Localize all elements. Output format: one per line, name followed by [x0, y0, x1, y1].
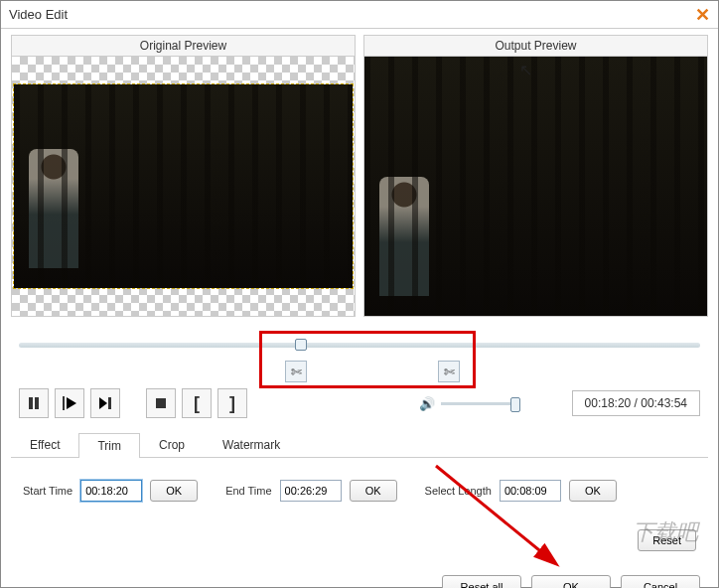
tab-crop[interactable]: Crop — [140, 432, 204, 457]
end-ok-button[interactable]: OK — [350, 480, 397, 502]
output-preview-header: Output Preview — [363, 35, 708, 57]
tab-trim[interactable]: Trim — [78, 433, 140, 458]
volume-icon: 🔊 — [419, 396, 435, 411]
next-frame-button[interactable] — [90, 388, 120, 418]
svg-rect-0 — [29, 397, 33, 409]
tabs: Effect Trim Crop Watermark — [11, 432, 708, 458]
start-ok-button[interactable]: OK — [150, 480, 198, 502]
end-time-label: End Time — [225, 485, 271, 497]
playback-controls: [ ] 🔊 00:18:20 / 00:43:54 — [11, 384, 708, 428]
stop-button[interactable] — [146, 388, 176, 418]
svg-rect-1 — [35, 397, 39, 409]
timeline[interactable]: ✄ ✄ — [11, 331, 708, 378]
start-time-label: Start Time — [23, 485, 72, 497]
window-title: Video Edit — [9, 7, 68, 22]
mark-out-button[interactable]: ] — [217, 388, 247, 418]
select-length-input[interactable] — [500, 480, 561, 502]
titlebar: Video Edit ✕ — [1, 1, 718, 29]
ok-button[interactable]: OK — [531, 575, 611, 588]
scissors-icon: ✄ — [291, 365, 302, 379]
svg-marker-3 — [99, 397, 107, 409]
svg-marker-2 — [67, 397, 76, 409]
start-time-input[interactable] — [80, 480, 142, 502]
tab-watermark[interactable]: Watermark — [204, 432, 299, 457]
svg-rect-4 — [108, 397, 111, 409]
video-edit-window: Video Edit ✕ Original Preview Output Pre… — [0, 0, 719, 588]
reset-all-button[interactable]: Reset all — [442, 575, 521, 588]
scissors-icon: ✄ — [444, 365, 455, 379]
select-length-label: Select Length — [425, 485, 492, 497]
tab-effect[interactable]: Effect — [11, 432, 78, 457]
svg-rect-5 — [156, 398, 166, 408]
mark-in-button[interactable]: [ — [182, 388, 212, 418]
volume-slider[interactable] — [441, 402, 520, 405]
cancel-button[interactable]: Cancel — [621, 575, 700, 588]
close-icon[interactable]: ✕ — [695, 4, 710, 26]
play-button[interactable] — [55, 388, 84, 418]
output-preview[interactable] — [363, 57, 708, 317]
dialog-footer: Reset all OK Cancel — [1, 561, 718, 588]
select-ok-button[interactable]: OK — [569, 480, 617, 502]
trim-end-button[interactable]: ✄ — [438, 361, 460, 382]
original-preview-header: Original Preview — [11, 35, 356, 57]
pause-button[interactable] — [19, 388, 49, 418]
trim-panel: Start Time OK End Time OK Select Length … — [11, 458, 708, 523]
end-time-input[interactable] — [280, 480, 342, 502]
time-display: 00:18:20 / 00:43:54 — [572, 390, 700, 416]
original-preview[interactable] — [11, 57, 356, 317]
reset-button[interactable]: Reset — [638, 529, 696, 551]
trim-start-button[interactable]: ✄ — [285, 361, 307, 382]
